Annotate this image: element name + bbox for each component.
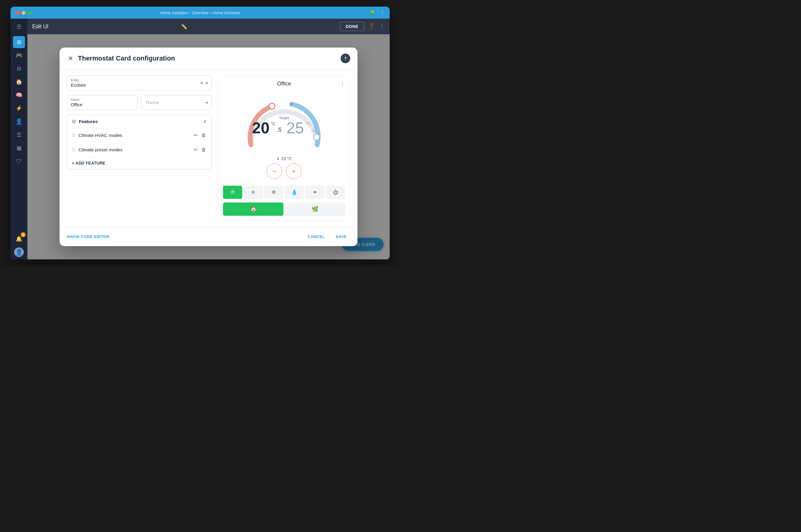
delete-preset-button[interactable]: 🗑 (201, 147, 207, 153)
preset-home-button[interactable]: 🏠 (223, 203, 283, 216)
avatar[interactable]: 👤 (14, 247, 24, 257)
edit-preset-button[interactable]: ✏ (193, 146, 198, 153)
feature-item-hvac: ⠿ Climate HVAC modes ✏ 🗑 (67, 128, 212, 142)
entity-value: Ecobee (71, 82, 208, 88)
increase-temp-button[interactable]: + (286, 164, 302, 179)
features-header[interactable]: ⊞ Features ∧ (67, 115, 212, 128)
modal-title: Thermostat Card configuration (78, 55, 337, 62)
done-button[interactable]: DONE (340, 22, 364, 31)
dry-icon: 💧 (291, 189, 298, 195)
add-feature-button[interactable]: + ADD FEATURE (67, 157, 212, 169)
features-title: Features (79, 119, 200, 124)
preset-eco-button[interactable]: 🌿 (285, 203, 345, 216)
temp-high-value: 25 (286, 120, 304, 136)
mode-cool-button[interactable]: ❄ (264, 186, 283, 199)
mode-fan-button[interactable]: ✦ (305, 186, 324, 199)
modal-close-button[interactable]: ✕ (67, 54, 74, 63)
preview-panel: Office ⋮ (218, 76, 350, 221)
auto-icon: ⟳ (230, 189, 235, 195)
user-avatar-icon: 👤 (15, 249, 23, 256)
puzzle-icon[interactable]: 🧩 (369, 10, 375, 16)
gauge-temps: 20 °C .5 25 °C .0 (252, 120, 316, 136)
notification-count: 2 (21, 232, 25, 237)
cancel-button[interactable]: CANCEL (304, 232, 328, 241)
decrease-temp-button[interactable]: − (267, 164, 282, 179)
overview-icon: ⊞ (17, 39, 21, 45)
hamburger-icon[interactable]: ☰ (14, 21, 24, 33)
delete-hvac-button[interactable]: 🗑 (201, 132, 207, 139)
name-theme-row: Name Office Theme ▾ (67, 95, 212, 110)
titlebar-menu-icon[interactable]: ⋮ (380, 10, 385, 16)
sidebar-item-shield[interactable]: 🛡 (13, 155, 25, 167)
mode-off-button[interactable]: ⏻ (326, 186, 345, 199)
close-traffic-light[interactable] (15, 11, 19, 15)
svg-point-0 (269, 103, 275, 109)
notification-bell[interactable]: 🔔 2 (13, 233, 25, 245)
logbook-icon: ☰ (17, 132, 21, 138)
feature-hvac-actions: ✏ 🗑 (193, 132, 207, 139)
edit-hvac-button[interactable]: ✏ (193, 132, 198, 139)
mode-dry-button[interactable]: 💧 (285, 186, 304, 199)
sidebar-item-overview[interactable]: ⊞ (13, 36, 25, 48)
entity-dropdown-icon[interactable]: ▾ (206, 81, 208, 86)
drag-handle-hvac-icon[interactable]: ⠿ (72, 133, 75, 138)
features-chevron-icon[interactable]: ∧ (203, 118, 207, 124)
feature-preset-name: Climate preset modes (78, 147, 190, 152)
temp-high-unit: °C (305, 121, 310, 126)
persons-icon: 👤 (16, 118, 22, 125)
sidebar-item-home[interactable]: 🏠 (13, 76, 25, 88)
show-code-editor-button[interactable]: SHOW CODE EDITOR (67, 234, 110, 239)
name-field[interactable]: Name Office (67, 95, 137, 110)
energy-icon: ⚡ (16, 105, 22, 112)
entity-field[interactable]: Entity Ecobee ✕ ▾ (67, 76, 212, 90)
mode-auto-button[interactable]: ⟳ (223, 186, 242, 199)
header-menu-icon[interactable]: ⋮ (379, 23, 385, 30)
modal-header: ✕ Thermostat Card configuration ? (60, 48, 358, 70)
feature-item-preset: ⠿ Climate preset modes ✏ 🗑 (67, 142, 212, 157)
sidebar-item-history[interactable]: ▦ (13, 142, 25, 154)
theme-label: Theme (145, 100, 159, 105)
mode-heat-cool-button[interactable]: ✳ (244, 186, 263, 199)
modal-body: Entity Ecobee ✕ ▾ (60, 70, 358, 227)
entity-label: Entity (71, 78, 208, 82)
sidebar-bottom: 🔔 2 👤 (13, 233, 25, 257)
preview-menu-icon[interactable]: ⋮ (340, 81, 345, 87)
preset-eco-icon: 🌿 (312, 206, 318, 212)
theme-dropdown-icon[interactable]: ▾ (206, 100, 208, 105)
modal-help-button[interactable]: ? (341, 54, 350, 63)
sidebar-item-persons[interactable]: 👤 (13, 116, 25, 128)
temp-low-decimal: .5 (276, 126, 282, 133)
cool-icon: ❄ (271, 189, 276, 195)
maximize-traffic-light[interactable] (28, 11, 32, 15)
preview-title: Office (277, 81, 291, 87)
temp-low-unit: °C (271, 121, 275, 126)
minimize-traffic-light[interactable] (22, 11, 25, 15)
titlebar-actions: 🧩 ⋮ (369, 10, 385, 16)
name-label: Name (71, 98, 134, 101)
feature-preset-actions: ✏ 🗑 (193, 146, 207, 153)
home-icon: 🏠 (16, 78, 22, 85)
edit-ui-icon[interactable]: ✏️ (181, 24, 187, 30)
dashboard-icon: ⊟ (17, 65, 21, 72)
modal-overlay: ✕ Thermostat Card configuration ? Entity (27, 34, 390, 259)
sidebar-item-brain[interactable]: 🧠 (13, 89, 25, 101)
theme-field[interactable]: Theme ▾ (141, 95, 212, 110)
window-title: Home Assistant – Overview – Home Assista… (160, 11, 240, 15)
save-button[interactable]: SAVE (332, 232, 350, 241)
sidebar-item-energy[interactable]: ⚡ (13, 102, 25, 114)
header-help-icon[interactable]: ❓ (368, 23, 375, 30)
sidebar-item-logbook[interactable]: ☰ (13, 129, 25, 141)
page-title: Edit UI (32, 23, 177, 30)
drag-handle-preset-icon[interactable]: ⠿ (72, 148, 75, 152)
feature-hvac-name: Climate HVAC modes (78, 133, 190, 138)
entity-clear-icon[interactable]: ✕ (200, 81, 204, 86)
sidebar-item-integrations[interactable]: 🎮 (13, 49, 25, 61)
svg-point-2 (290, 102, 293, 106)
gauge-controls: − + (267, 164, 302, 179)
current-temperature: 🌡 23 °C (276, 156, 291, 161)
features-table-icon: ⊞ (72, 118, 76, 124)
sidebar-item-dashboard[interactable]: ⊟ (13, 62, 25, 75)
history-icon: ▦ (17, 145, 22, 151)
titlebar: Home Assistant – Overview – Home Assista… (11, 7, 390, 19)
power-icon: ⏻ (333, 189, 338, 195)
